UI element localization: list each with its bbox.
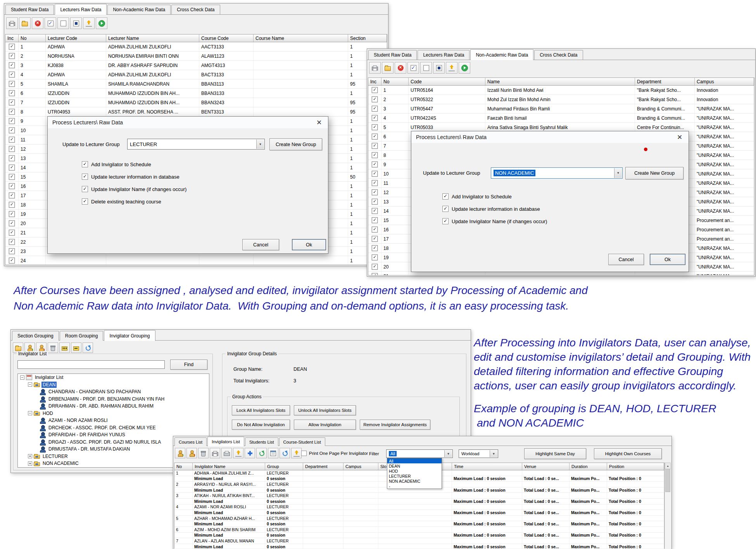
checkbox-checked-icon[interactable]: ✓	[9, 53, 15, 59]
checkbox-checked-icon[interactable]: ✓	[9, 258, 15, 263]
checkbox-checked-icon[interactable]: ✓	[9, 183, 15, 189]
table-row[interactable]: ✓21"UNIRAZAK MA...	[368, 272, 754, 275]
cancel-button[interactable]: Cancel	[242, 239, 279, 250]
column-header-position[interactable]: Position	[607, 463, 664, 470]
dialog-titlebar[interactable]: Process Lecturers\ Raw Data ✕	[48, 117, 328, 128]
table-row[interactable]: ✓1ADHWAADHWA ZULHILMI ZULKOFLIAACT31331	[5, 42, 387, 52]
slota-button[interactable]	[59, 342, 70, 353]
filter-option-non-academic[interactable]: NON ACADEMIC	[387, 478, 442, 484]
column-header-invigilator-name[interactable]: Invigilator Name	[193, 463, 265, 470]
refresh-button[interactable]	[83, 342, 93, 353]
tab-student-raw-data[interactable]: Student Raw Data	[368, 50, 417, 60]
checkbox-checked-icon[interactable]: ✓	[9, 81, 15, 87]
minus-expander-icon[interactable]: −	[20, 375, 24, 380]
minus-expander-icon[interactable]: −	[28, 411, 32, 415]
checkbox-checked-icon[interactable]: ✓	[9, 211, 15, 217]
lecturer-group-combobox[interactable]: NON ACADEMIC ▼	[491, 167, 623, 179]
delete-button[interactable]	[395, 62, 406, 74]
checkbox-checked-icon[interactable]: ✓	[372, 171, 378, 177]
tab-student-raw-data[interactable]: Student Raw Data	[5, 5, 54, 14]
attach-button[interactable]	[233, 448, 243, 458]
checkbox-unchecked-icon[interactable]	[301, 451, 307, 456]
tab-course-student-list[interactable]: Course-Student List	[279, 437, 325, 446]
tab-room-grouping[interactable]: Room Grouping	[60, 331, 104, 341]
checkbox-checked-icon[interactable]: ✓	[372, 115, 378, 121]
checkbox-checked-icon[interactable]: ✓	[372, 245, 378, 251]
checkbox-checked-icon[interactable]: ✓	[9, 62, 15, 68]
group-action-button[interactable]: Unlock All Invigilators Slots	[294, 405, 356, 415]
checkbox-checked-icon[interactable]: ✓	[442, 206, 449, 212]
find-button[interactable]: Find	[170, 360, 207, 370]
checkbox-checked-icon[interactable]: ✓	[372, 217, 378, 223]
tree-item[interactable]: DRBENJAMIN - PROF. DR. BENJAMIN CHAN YIN…	[18, 396, 209, 403]
slotb-button[interactable]	[71, 342, 81, 353]
checkbox-checked-icon[interactable]: ✓	[9, 202, 15, 208]
checkbox-checked-icon[interactable]: ✓	[372, 124, 378, 130]
group-action-button[interactable]: Do Not Allow Invigilation	[232, 420, 290, 430]
table-row[interactable]: ✓7IZZUDDINMUHAMMAD IZZUDDIN BIN AH...BBA…	[5, 98, 387, 107]
export-button[interactable]	[83, 17, 95, 29]
column-header-code[interactable]: Code	[409, 78, 485, 85]
highlight-same-day-button[interactable]: Highlight Same Day	[524, 448, 586, 459]
checkbox-checked-icon[interactable]: ✓	[82, 174, 88, 180]
chevron-down-icon[interactable]: ▼	[614, 168, 622, 178]
tab-non-academic-raw-data[interactable]: Non-Academic Raw Data	[470, 49, 533, 60]
checkbox-checked-icon[interactable]: ✓	[372, 208, 378, 214]
checkbox-checked-icon[interactable]: ✓	[372, 152, 378, 158]
tab-lecturers-raw-data[interactable]: Lecturers Raw Data	[55, 4, 107, 15]
chevron-down-icon[interactable]: ▼	[490, 450, 497, 457]
tab-cross-check-data[interactable]: Cross Check Data	[171, 5, 220, 14]
tree-item[interactable]: −Invigilator List	[18, 374, 209, 381]
table-row[interactable]: ✓3UTR05447Muhammad Firdaus Bin RamliBran…	[368, 104, 754, 114]
checkbox-checked-icon[interactable]: ✓	[372, 143, 378, 149]
print-one-page-checkbox[interactable]: Print One Page Per Invigilator	[301, 451, 368, 456]
invigilator-search-input[interactable]	[17, 360, 165, 369]
dialog-titlebar[interactable]: Process Lecturers\ Raw Data ✕	[411, 131, 689, 143]
dialog-checkbox-row[interactable]: ✓Update lecturer information in database	[82, 174, 180, 180]
checkbox-checked-icon[interactable]: ✓	[9, 239, 15, 245]
column-header-course-name[interactable]: Course Name	[254, 34, 348, 42]
checkbox-checked-icon[interactable]: ✓	[9, 72, 15, 77]
column-header-department[interactable]: Department	[303, 463, 343, 470]
folder-button[interactable]	[19, 17, 31, 29]
table-row[interactable]: ✓2NORHUSNANORHUSNA EMIRAH BINTI ONNALAW1…	[5, 52, 387, 61]
invigilator-row[interactable]: 6AZIM - MOHD AZIM BIN SHARIMLECTURER	[174, 527, 664, 533]
printer-button[interactable]	[6, 17, 18, 29]
go-button[interactable]	[459, 62, 470, 74]
printer-button[interactable]	[210, 448, 220, 458]
tree-item[interactable]: DRCHEOK - ASSOC. PROF. DR. CHEOK MUI YEE	[18, 424, 209, 432]
checkbox-checked-icon[interactable]: ✓	[82, 198, 88, 205]
checkoff-button[interactable]	[57, 17, 69, 29]
checkbox-checked-icon[interactable]: ✓	[372, 189, 378, 195]
export-button[interactable]	[291, 448, 302, 458]
close-icon[interactable]: ✕	[315, 119, 323, 127]
tab-cross-check-data[interactable]: Cross Check Data	[534, 50, 583, 60]
table-row[interactable]: ✓4ADHWAADHWA ZULHILMI ZULKOFLIBACT31331	[5, 70, 387, 79]
column-header-campus[interactable]: Campus	[343, 463, 378, 470]
filter-option-lecturer[interactable]: LECTURER	[387, 473, 442, 478]
invert-button[interactable]	[70, 17, 82, 29]
checkbox-checked-icon[interactable]: ✓	[9, 193, 15, 198]
dialog-checkbox-row[interactable]: ✓Add Invigilator to Schedule	[82, 161, 151, 167]
lecturer-group-combobox[interactable]: LECTURER ▼	[127, 139, 265, 150]
filter-combobox[interactable]: All ▼	[386, 449, 453, 458]
checkbox-checked-icon[interactable]: ✓	[9, 127, 15, 133]
dialog-checkbox-row[interactable]: ✓Update Invigilator Name (if changes occ…	[82, 186, 186, 192]
checkbox-checked-icon[interactable]: ✓	[9, 44, 15, 50]
filter-option-dean[interactable]: DEAN	[387, 463, 442, 468]
minus-expander-icon[interactable]: −	[28, 382, 32, 387]
checkon-button[interactable]	[407, 62, 419, 74]
column-header-course-code[interactable]: Course Code	[199, 34, 254, 42]
column-header-no[interactable]: No	[381, 78, 409, 85]
filter-option--[interactable]: -	[387, 484, 442, 489]
dialog-checkbox-row[interactable]: ✓Update Invigilator Name (if changes occ…	[442, 218, 547, 224]
checkbox-checked-icon[interactable]: ✓	[9, 137, 15, 143]
trash-button[interactable]	[48, 342, 58, 353]
invigilator-row[interactable]: 4AZAMI - NOR AZAMI ROSLILECTURER	[174, 504, 664, 510]
ok-button[interactable]: Ok	[292, 239, 326, 250]
form-button[interactable]	[268, 448, 278, 458]
export-button[interactable]	[446, 62, 457, 74]
table-row[interactable]: ✓8UTR04953ASST. PROF. DR. NOORSEHA ...BE…	[5, 107, 387, 117]
checkbox-checked-icon[interactable]: ✓	[9, 109, 15, 115]
column-header-no[interactable]: No	[174, 463, 193, 470]
